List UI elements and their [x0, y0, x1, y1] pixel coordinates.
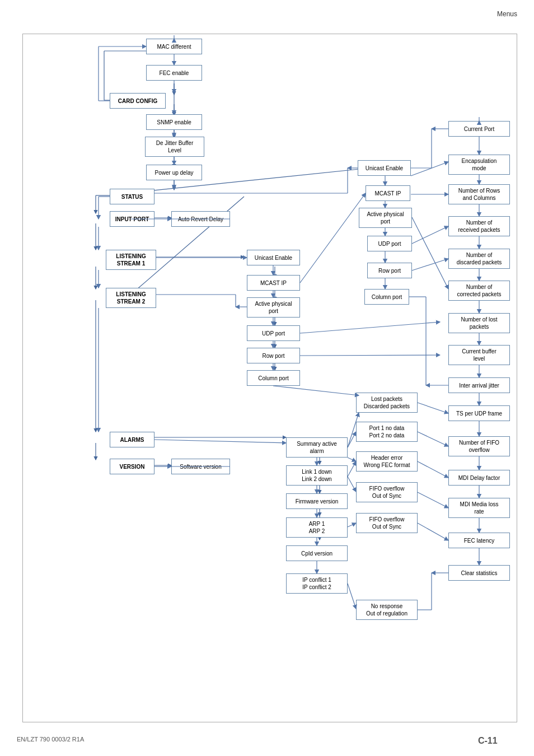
fec-enable-box: FEC enable	[146, 65, 202, 81]
svg-line-118	[348, 458, 356, 461]
footer-left: EN/LZT 790 0003/2 R1A	[17, 736, 84, 746]
version-box: VERSION	[110, 459, 154, 474]
mcast-ip-mid-box: MCAST IP	[247, 275, 300, 291]
svg-line-120	[348, 477, 356, 492]
diagram-container: MAC different FEC enable CARD CONFIG SNM…	[22, 34, 517, 722]
page-number: C-11	[478, 736, 498, 746]
arp-box: ARP 1 ARP 2	[286, 517, 348, 538]
firmware-version-box: Firmware version	[286, 493, 348, 509]
svg-line-115	[300, 193, 366, 283]
fifo-overflow-mid-box: FIFO overflow Out of Sync	[356, 513, 418, 533]
unicast-enable-mid-box: Unicast Enable	[247, 250, 300, 265]
dejitter-box: De Jitter Buffer Level	[145, 137, 204, 157]
svg-line-109	[411, 162, 448, 176]
row-port-top-box: Row port	[367, 263, 412, 278]
active-physical-mid-box: Active physical port	[247, 297, 300, 318]
svg-line-111	[412, 226, 448, 244]
listening-stream1-box: LISTENING STREAM 1	[106, 250, 156, 270]
svg-line-90	[273, 386, 359, 395]
num-fifo-overflow-box: Number of FIFO overflow	[448, 436, 510, 456]
page-header: Menus	[497, 10, 517, 18]
ts-per-udp-box: TS per UDP frame	[448, 405, 510, 421]
clear-statistics-box: Clear statistics	[448, 565, 510, 581]
column-port-top-box: Column port	[364, 289, 409, 305]
fec-latency-box: FEC latency	[448, 533, 510, 548]
header-error-box: Header error Wrong FEC format	[356, 451, 418, 472]
unicast-enable-top-box: Unicast Enable	[358, 160, 411, 176]
svg-line-122	[348, 584, 356, 609]
num-lost-box: Number of lost packets	[448, 313, 510, 333]
auto-revert-box: Auto Revert Delay	[171, 211, 230, 227]
page-footer: EN/LZT 790 0003/2 R1A C-11	[17, 736, 498, 746]
svg-line-100	[418, 461, 448, 478]
udp-port-top-box: UDP port	[367, 236, 412, 251]
active-physical-top-box: Active physical port	[359, 208, 412, 228]
mdi-delay-box: MDI Delay factor	[448, 470, 510, 486]
no-response-box: No response Out of regulation	[356, 600, 418, 620]
power-up-box: Power up delay	[146, 165, 202, 180]
svg-line-119	[348, 461, 356, 477]
svg-line-101	[418, 492, 448, 508]
listening-stream2-box: LISTENING STREAM 2	[106, 288, 156, 308]
num-received-box: Number of received packets	[448, 216, 510, 236]
status-box: STATUS	[110, 189, 154, 204]
ip-conflict-box: IP conflict 1 IP conflict 2	[286, 573, 348, 594]
udp-port-mid-box: UDP port	[247, 325, 300, 341]
header-text: Menus	[497, 10, 517, 18]
port-no-data-box: Port 1 no data Port 2 no data	[356, 422, 418, 442]
input-port-box: INPUT PORT	[110, 211, 154, 227]
software-version-box: Software version	[171, 459, 230, 474]
svg-line-113	[300, 322, 440, 333]
svg-line-98	[418, 403, 448, 413]
svg-line-114	[300, 355, 440, 356]
encapsulation-box: Encapsulation mode	[448, 155, 510, 175]
mdi-media-loss-box: MDI Media loss rate	[448, 498, 510, 518]
num-corrected-box: Number of corrected packets	[448, 281, 510, 301]
mcast-ip-top-box: MCAST IP	[366, 185, 410, 201]
svg-line-112	[412, 259, 448, 270]
snmp-enable-box: SNMP enable	[146, 114, 202, 130]
row-port-mid-box: Row port	[247, 348, 300, 363]
column-port-mid-box: Column port	[247, 370, 300, 386]
num-discarded-box: Number of discarded packets	[448, 249, 510, 269]
svg-line-117	[348, 432, 356, 447]
card-config-box: CARD CONFIG	[110, 93, 166, 109]
summary-active-box: Summary active alarm	[286, 437, 348, 458]
svg-line-121	[348, 523, 356, 527]
mac-different-box: MAC different	[146, 39, 202, 54]
num-rows-cols-box: Number of Rows and Columns	[448, 184, 510, 204]
fifo-overflow-top-box: FIFO overflow Out of Sync	[356, 482, 418, 502]
link-down-box: Link 1 down Link 2 down	[286, 465, 348, 486]
current-buffer-box: Current buffer level	[448, 345, 510, 365]
inter-arrival-box: Inter arrival jitter	[448, 377, 510, 393]
svg-line-99	[418, 432, 448, 446]
alarms-box: ALARMS	[110, 432, 154, 447]
cpld-version-box: CpId version	[286, 545, 348, 561]
svg-line-82	[154, 440, 286, 443]
svg-line-94	[412, 217, 448, 289]
lost-discarded-box: Lost packets Discarded packets	[356, 393, 418, 413]
svg-line-102	[418, 523, 448, 540]
current-port-box: Current Port	[448, 121, 510, 137]
